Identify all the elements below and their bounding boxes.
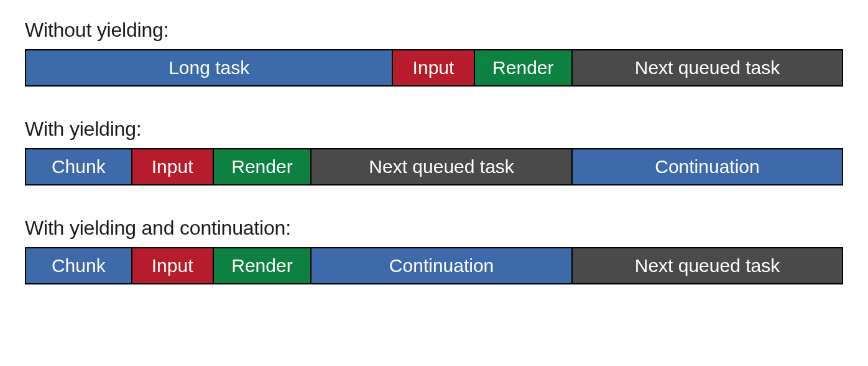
section-title: Without yielding: bbox=[25, 19, 843, 42]
segment-render: Render bbox=[475, 50, 573, 85]
section-title: With yielding: bbox=[25, 118, 843, 141]
section-title: With yielding and continuation: bbox=[25, 217, 843, 240]
section-without-yielding: Without yielding: Long task Input Render… bbox=[25, 19, 843, 87]
segment-render: Render bbox=[214, 149, 312, 184]
segment-input: Input bbox=[132, 248, 214, 283]
segment-chunk: Chunk bbox=[26, 248, 132, 283]
segment-next-queued-task: Next queued task bbox=[573, 248, 842, 283]
segment-long-task: Long task bbox=[26, 50, 393, 85]
section-with-yielding-and-continuation: With yielding and continuation: Chunk In… bbox=[25, 217, 843, 284]
segment-chunk: Chunk bbox=[26, 149, 132, 184]
segment-next-queued-task: Next queued task bbox=[312, 149, 573, 184]
section-with-yielding: With yielding: Chunk Input Render Next q… bbox=[25, 118, 843, 185]
segment-continuation: Continuation bbox=[312, 248, 573, 283]
timeline-bar: Chunk Input Render Continuation Next que… bbox=[25, 247, 843, 284]
segment-input: Input bbox=[393, 50, 474, 85]
segment-input: Input bbox=[132, 149, 214, 184]
timeline-bar: Chunk Input Render Next queued task Cont… bbox=[25, 148, 843, 185]
segment-render: Render bbox=[214, 248, 312, 283]
segment-continuation: Continuation bbox=[573, 149, 842, 184]
segment-next-queued-task: Next queued task bbox=[573, 50, 842, 85]
timeline-bar: Long task Input Render Next queued task bbox=[25, 49, 843, 87]
